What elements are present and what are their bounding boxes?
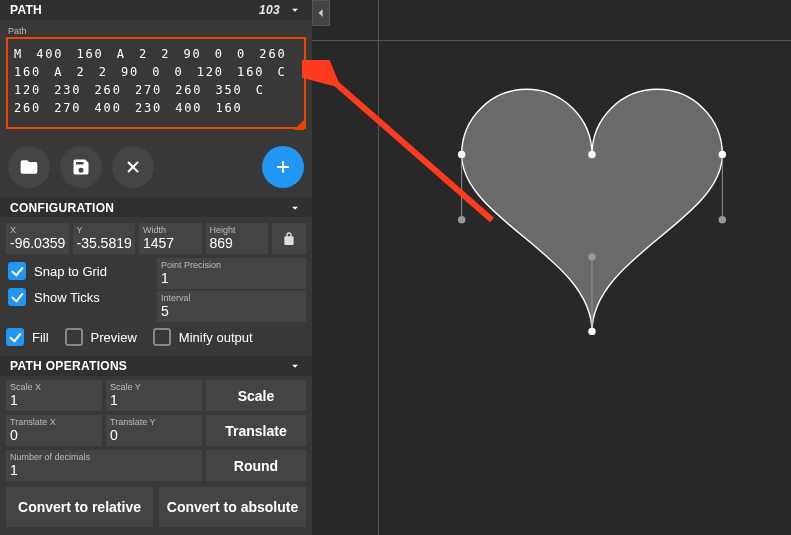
ticks-label: Show Ticks <box>34 290 100 305</box>
minify-checkbox[interactable] <box>153 328 171 346</box>
fill-checkbox[interactable] <box>6 328 24 346</box>
path-editor-section: Path <box>0 20 312 136</box>
interval-field[interactable]: Interval <box>157 291 306 322</box>
translate-button[interactable]: Translate <box>206 415 306 446</box>
precision-field[interactable]: Point Precision <box>157 258 306 289</box>
ops-title: PATH OPERATIONS <box>10 359 127 373</box>
anchor-point[interactable] <box>588 328 595 335</box>
grid-line-horizontal <box>312 40 791 41</box>
scale-x-input[interactable] <box>10 392 98 408</box>
control-point[interactable] <box>458 216 465 223</box>
path-count: 103 <box>259 3 280 17</box>
path-preview[interactable] <box>442 80 742 350</box>
save-button[interactable] <box>60 146 102 188</box>
toolbar <box>0 136 312 198</box>
chevron-down-icon <box>288 3 302 17</box>
save-icon <box>71 157 91 177</box>
path-panel-title: PATH <box>10 3 42 17</box>
anchor-point[interactable] <box>458 151 465 158</box>
convert-absolute-button[interactable]: Convert to absolute <box>159 487 306 527</box>
scale-y-input[interactable] <box>110 392 198 408</box>
y-input[interactable] <box>77 235 132 251</box>
anchor-point[interactable] <box>588 151 595 158</box>
minify-label: Minify output <box>179 330 253 345</box>
x-field[interactable]: X <box>6 223 69 254</box>
config-options-row: Fill Preview Minify output <box>0 322 312 356</box>
decimals-field[interactable]: Number of decimals <box>6 450 202 481</box>
resize-handle-icon[interactable] <box>294 120 304 130</box>
anchor-point[interactable] <box>719 151 726 158</box>
snap-to-grid-checkbox[interactable] <box>8 262 26 280</box>
path-field-label: Path <box>8 26 306 36</box>
scale-y-field[interactable]: Scale Y <box>106 380 202 411</box>
scale-button[interactable]: Scale <box>206 380 306 411</box>
precision-input[interactable] <box>161 270 302 286</box>
sidebar-collapse-button[interactable] <box>312 0 330 26</box>
show-ticks-checkbox[interactable] <box>8 288 26 306</box>
config-title: CONFIGURATION <box>10 201 114 215</box>
round-button[interactable]: Round <box>206 450 306 481</box>
path-panel-header[interactable]: PATH 103 <box>0 0 312 20</box>
fill-label: Fill <box>32 330 49 345</box>
open-button[interactable] <box>8 146 50 188</box>
control-point[interactable] <box>588 253 595 260</box>
plus-icon <box>273 157 293 177</box>
x-input[interactable] <box>10 235 65 251</box>
folder-icon <box>19 157 39 177</box>
interval-input[interactable] <box>161 303 302 319</box>
clear-button[interactable] <box>112 146 154 188</box>
ops-body: Scale X Scale Y Scale Translate X Transl… <box>0 376 312 535</box>
canvas[interactable] <box>312 0 791 535</box>
translate-y-field[interactable]: Translate Y <box>106 415 202 446</box>
y-field[interactable]: Y <box>73 223 136 254</box>
close-icon <box>123 157 143 177</box>
scale-x-field[interactable]: Scale X <box>6 380 102 411</box>
height-field[interactable]: Height <box>206 223 269 254</box>
path-data-input[interactable] <box>6 37 306 129</box>
lock-icon <box>281 231 297 247</box>
preview-checkbox[interactable] <box>65 328 83 346</box>
translate-x-field[interactable]: Translate X <box>6 415 102 446</box>
chevron-down-icon <box>288 359 302 373</box>
control-point[interactable] <box>719 216 726 223</box>
ops-panel-header[interactable]: PATH OPERATIONS <box>0 356 312 376</box>
width-field[interactable]: Width <box>139 223 202 254</box>
width-input[interactable] <box>143 235 198 251</box>
config-body: X Y Width Height Snap to Grid Show Ticks… <box>0 217 312 322</box>
snap-label: Snap to Grid <box>34 264 107 279</box>
translate-y-input[interactable] <box>110 427 198 443</box>
chevron-left-icon <box>317 8 325 18</box>
config-panel-header[interactable]: CONFIGURATION <box>0 198 312 218</box>
chevron-down-icon <box>288 201 302 215</box>
height-input[interactable] <box>210 235 265 251</box>
sidebar: PATH 103 Path CONFIGURATION X Y Width He… <box>0 0 312 535</box>
translate-x-input[interactable] <box>10 427 98 443</box>
add-button[interactable] <box>262 146 304 188</box>
decimals-input[interactable] <box>10 462 198 478</box>
grid-line-vertical <box>378 0 379 535</box>
aspect-lock-button[interactable] <box>272 223 306 254</box>
convert-relative-button[interactable]: Convert to relative <box>6 487 153 527</box>
preview-label: Preview <box>91 330 137 345</box>
